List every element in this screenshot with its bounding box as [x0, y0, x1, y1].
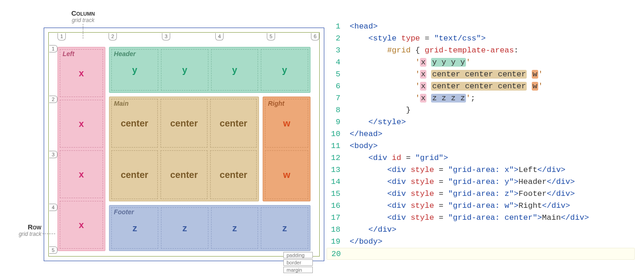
- cell-y: y: [111, 49, 159, 91]
- row-name: Row: [9, 223, 41, 231]
- cell-x: x: [60, 201, 103, 249]
- region-right: Right w w: [263, 97, 310, 201]
- col-line-4: 4: [215, 33, 224, 40]
- code-line: 11<body>: [327, 140, 635, 152]
- cell-center: center: [111, 99, 158, 148]
- cell-center: center: [210, 150, 257, 199]
- code-content: </style>: [350, 116, 406, 128]
- line-number: 14: [327, 176, 340, 188]
- line-number: 9: [327, 116, 340, 128]
- code-panel: 1<head>2 <style type = "text/css">3 #gri…: [327, 9, 635, 276]
- row-track-label: grid track: [9, 231, 41, 237]
- code-line: 19</body>: [327, 236, 635, 248]
- code-line: 12 <div id = "grid">: [327, 152, 635, 164]
- code-line: 14 <div style = "grid-area: y">Header</d…: [327, 176, 635, 188]
- line-number: 4: [327, 57, 340, 69]
- code-line: 7 'x z z z z';: [327, 92, 635, 104]
- column-name: Column: [71, 9, 95, 17]
- code-line: 18 </div>: [327, 224, 635, 236]
- col-line-2: 2: [109, 33, 117, 40]
- code-line: 16 <div style = "grid-area: w">Right</di…: [327, 200, 635, 212]
- line-number: 18: [327, 224, 340, 236]
- cell-z: z: [161, 207, 208, 249]
- cell-w: w: [265, 99, 308, 148]
- col-line-5: 5: [267, 33, 275, 40]
- code-line: 17 <div style = "grid-area: center">Main…: [327, 212, 635, 224]
- col-line-6: 6: [311, 33, 319, 40]
- cell-z: z: [211, 207, 259, 249]
- code-content: </head>: [350, 128, 382, 140]
- cell-x: x: [60, 150, 103, 198]
- code-line: 3 #grid { grid-template-areas:: [327, 45, 635, 57]
- code-content: <body>: [350, 140, 378, 152]
- col-line-3: 3: [162, 33, 170, 40]
- cell-w: w: [265, 150, 308, 199]
- line-number: 1: [327, 21, 340, 33]
- code-line: 6 'x center center center w': [327, 80, 635, 92]
- cell-y: y: [161, 49, 208, 91]
- code-content: <head>: [350, 21, 378, 33]
- line-number: 6: [327, 80, 340, 92]
- code-content: <div style = "grid-area: y">Header</div>: [350, 176, 575, 188]
- legend-border: border: [283, 259, 313, 266]
- col-line-1: 1: [58, 33, 66, 40]
- code-line: 8 }: [327, 104, 635, 116]
- code-content: <div style = "grid-area: x">Left</div>: [350, 164, 565, 176]
- code-line: 2 <style type = "text/css">: [327, 33, 635, 45]
- code-content: </body>: [350, 236, 382, 248]
- code-content: 'x y y y y': [350, 57, 471, 69]
- cell-y: y: [211, 49, 259, 91]
- code-content: #grid { grid-template-areas:: [350, 45, 518, 57]
- code-line: 4 'x y y y y': [327, 57, 635, 69]
- code-line: 1<head>: [327, 21, 635, 33]
- cell-x: x: [60, 100, 103, 148]
- code-line: 5 'x center center center w': [327, 69, 635, 80]
- column-axis-label: Column grid track: [71, 9, 95, 23]
- cell-center: center: [210, 99, 257, 148]
- line-number: 20: [327, 248, 341, 259]
- region-main: Main center center center center center …: [109, 97, 259, 201]
- code-content: 'x center center center w': [350, 80, 543, 92]
- line-number: 2: [327, 33, 340, 45]
- code-content: 'x z z z z';: [350, 92, 475, 104]
- cell-z: z: [111, 207, 159, 249]
- cell-x: x: [60, 49, 103, 97]
- cell-center: center: [111, 150, 158, 199]
- line-number: 8: [327, 104, 340, 116]
- grid-diagram: Column grid track Row grid track 1 2 3 4…: [9, 9, 313, 276]
- region-left: Left x x x x: [58, 47, 105, 251]
- code-line: 10</head>: [327, 128, 635, 140]
- code-content: }: [350, 104, 411, 116]
- cell-center: center: [161, 150, 207, 199]
- legend-margin: margin: [283, 267, 313, 273]
- line-number: 15: [327, 188, 340, 200]
- line-number: 10: [327, 128, 340, 140]
- cell-z: z: [261, 207, 308, 249]
- grid-container: Left x x x x Header y y y y Main: [54, 43, 314, 251]
- region-footer: Footer z z z z: [109, 205, 310, 251]
- line-number: 3: [327, 45, 340, 57]
- cell-y: y: [261, 49, 308, 91]
- code-content: <div style = "grid-area: w">Right</div>: [350, 200, 570, 212]
- line-number: 7: [327, 92, 340, 104]
- line-number: 19: [327, 236, 340, 248]
- code-content: <div id = "grid">: [350, 152, 448, 164]
- code-content: <div style = "grid-area: z">Footer</div>: [350, 188, 575, 200]
- column-track-label: grid track: [71, 17, 95, 23]
- cell-center: center: [161, 99, 207, 148]
- line-number: 12: [327, 152, 340, 164]
- code-line: 13 <div style = "grid-area: x">Left</div…: [327, 164, 635, 176]
- code-content: <div style = "grid-area: center">Main</d…: [350, 212, 589, 224]
- line-number: 5: [327, 69, 340, 80]
- legend-padding: padding: [283, 252, 313, 258]
- code-line: 15 <div style = "grid-area: z">Footer</d…: [327, 188, 635, 200]
- line-number: 13: [327, 164, 340, 176]
- region-header: Header y y y y: [109, 47, 310, 93]
- row-axis-label: Row grid track: [9, 223, 41, 237]
- code-line: 9 </style>: [327, 116, 635, 128]
- code-content: 'x center center center w': [350, 69, 543, 80]
- line-number: 11: [327, 140, 340, 152]
- line-number: 17: [327, 212, 340, 224]
- code-line: 20: [327, 248, 635, 260]
- code-content: </div>: [350, 224, 397, 236]
